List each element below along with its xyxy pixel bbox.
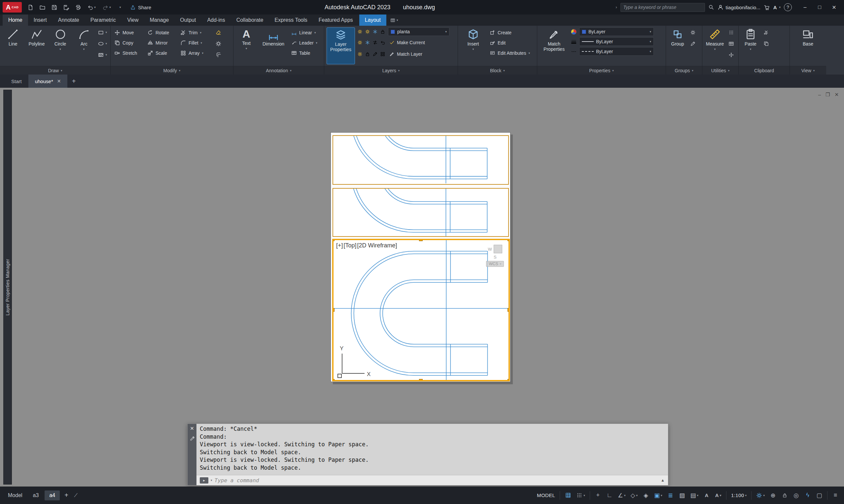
- share-button[interactable]: Share: [130, 5, 151, 10]
- circle-button[interactable]: Circle ▾: [50, 28, 71, 64]
- command-window[interactable]: ✕ Command: *Cancel* Command: Viewport is…: [187, 424, 668, 486]
- arc-button[interactable]: Arc ▾: [73, 28, 95, 64]
- tab-layout-contextual[interactable]: Layout: [359, 15, 386, 26]
- offset-button[interactable]: [214, 50, 223, 60]
- viewport-grip[interactable]: [507, 308, 510, 312]
- annotation-visibility-toggle[interactable]: A: [701, 489, 712, 502]
- lineweight-display-toggle[interactable]: ≣: [665, 489, 676, 502]
- polar-tracking-toggle[interactable]: ∠▾: [616, 489, 628, 502]
- minimize-button[interactable]: –: [798, 2, 812, 13]
- new-layout-button[interactable]: +: [61, 491, 72, 499]
- cut-button[interactable]: [762, 28, 770, 37]
- transparency-toggle[interactable]: ▨: [676, 489, 687, 502]
- viewport-grip[interactable]: [332, 239, 334, 241]
- paste-button[interactable]: Paste ▾: [741, 28, 760, 64]
- viewport-grip[interactable]: [332, 379, 334, 381]
- tab-featured-apps[interactable]: Featured Apps: [313, 15, 359, 26]
- command-history[interactable]: Command: *Cancel* Command: Viewport is v…: [196, 424, 668, 475]
- help-button[interactable]: ?: [784, 3, 792, 11]
- layer-properties-button[interactable]: Layer Properties: [327, 28, 355, 64]
- insert-block-button[interactable]: Insert ▾: [460, 28, 486, 64]
- ribbon-display-options-button[interactable]: ▾: [386, 15, 402, 26]
- customization-button[interactable]: ≡: [830, 489, 841, 502]
- ungroup-button[interactable]: [689, 28, 697, 37]
- layer-walk-button[interactable]: [373, 52, 378, 57]
- layer-previous-button[interactable]: [380, 40, 385, 45]
- account-menu[interactable]: tiagobonifacio...: [718, 4, 760, 10]
- move-button[interactable]: Move: [113, 28, 146, 38]
- id-point-button[interactable]: [727, 50, 735, 60]
- explode-button[interactable]: [214, 39, 223, 49]
- panel-title-layers[interactable]: Layers▾: [324, 66, 458, 74]
- viewport-view-control[interactable]: [Top]: [344, 242, 357, 249]
- layer-lock-button[interactable]: [380, 29, 385, 34]
- tab-home[interactable]: Home: [3, 15, 28, 26]
- viewport-active[interactable]: [+] [Top] [2D Wireframe] W S WCS▾: [332, 239, 510, 381]
- viewport-grip[interactable]: [507, 379, 510, 381]
- new-drawing-tab-button[interactable]: +: [67, 74, 80, 88]
- edit-attributes-button[interactable]: Edit Attributes▾: [488, 48, 531, 58]
- restore-drawing-button[interactable]: ❐: [826, 92, 830, 97]
- undo-dropdown-icon[interactable]: ▾: [94, 6, 96, 9]
- viewport-visual-style-control[interactable]: [2D Wireframe]: [357, 242, 397, 249]
- command-prompt-icon[interactable]: ▸: [200, 477, 208, 484]
- snap-mode-toggle[interactable]: ▾: [574, 489, 587, 502]
- panel-title-block[interactable]: Block▾: [458, 66, 537, 74]
- layer-isolate-button[interactable]: [365, 29, 370, 34]
- circle-dropdown-icon[interactable]: ▾: [59, 48, 61, 51]
- insert-dropdown-icon[interactable]: ▾: [472, 48, 474, 51]
- lock-ui-button[interactable]: [779, 489, 790, 502]
- command-options-icon[interactable]: ▾: [211, 479, 212, 482]
- panel-title-clipboard[interactable]: Clipboard: [739, 66, 790, 74]
- new-file-button[interactable]: [25, 2, 36, 12]
- ortho-mode-toggle[interactable]: ∟: [604, 489, 615, 502]
- layout-tab-a3[interactable]: a3: [29, 490, 44, 500]
- clean-screen-button[interactable]: ▢: [814, 489, 825, 502]
- measure-dropdown-icon[interactable]: ▾: [714, 48, 716, 51]
- line-button[interactable]: Line: [2, 28, 24, 64]
- fillet-button[interactable]: Fillet▾: [179, 38, 212, 48]
- tab-add-ins[interactable]: Add-ins: [202, 15, 230, 26]
- rotate-button[interactable]: Rotate: [146, 28, 179, 38]
- layer-off-button[interactable]: [357, 29, 363, 34]
- tab-manage[interactable]: Manage: [144, 15, 175, 26]
- layer-unlock-button[interactable]: [365, 52, 370, 57]
- erase-button[interactable]: [214, 28, 223, 37]
- command-history-toggle-icon[interactable]: ▲: [661, 478, 665, 483]
- trim-button[interactable]: Trim▾: [179, 28, 212, 38]
- command-input[interactable]: [214, 477, 659, 484]
- isolate-objects-button[interactable]: ◎: [791, 489, 802, 502]
- linetype-dropdown[interactable]: ByLayer ▾: [579, 47, 654, 56]
- tab-view[interactable]: View: [121, 15, 144, 26]
- viewport-grip[interactable]: [419, 239, 423, 241]
- lineweight-dropdown[interactable]: ByLayer ▾: [579, 37, 654, 46]
- tab-insert[interactable]: Insert: [28, 15, 52, 26]
- redo-button[interactable]: ▾: [100, 2, 114, 12]
- viewport-controls-menu[interactable]: [+]: [336, 242, 343, 249]
- file-tab-start[interactable]: Start: [5, 74, 29, 88]
- plot-button[interactable]: [73, 2, 83, 12]
- save-button[interactable]: [49, 2, 59, 12]
- drawing-area[interactable]: Layer Properties Manager – ❐ ✕ [+] [Top]…: [0, 88, 844, 487]
- close-file-tab-icon[interactable]: ✕: [57, 78, 61, 84]
- copy-button[interactable]: Copy: [113, 38, 146, 48]
- layer-properties-palette-bar[interactable]: Layer Properties Manager: [3, 90, 12, 485]
- app-store-cart-icon[interactable]: [764, 4, 770, 11]
- tab-annotate[interactable]: Annotate: [52, 15, 85, 26]
- paper-model-toggle[interactable]: MODEL: [535, 489, 557, 502]
- viewport-middle[interactable]: [332, 188, 509, 237]
- tab-collaborate[interactable]: Collaborate: [231, 15, 269, 26]
- wcs-menu[interactable]: WCS▾: [486, 261, 504, 267]
- viewcube-west-label[interactable]: W: [488, 247, 492, 252]
- text-button[interactable]: A Text ▾: [236, 28, 257, 64]
- workspace-switching-button[interactable]: ▾: [754, 489, 767, 502]
- autocad-logo[interactable]: A CAD: [3, 2, 22, 13]
- dynamic-input-toggle[interactable]: +: [593, 489, 603, 502]
- search-input[interactable]: [623, 5, 702, 10]
- panel-title-groups[interactable]: Groups▾: [666, 66, 702, 74]
- viewcube[interactable]: W S WCS▾: [486, 245, 504, 267]
- panel-title-properties[interactable]: Properties▾: [537, 66, 666, 74]
- make-current-button[interactable]: Make Current: [388, 37, 426, 48]
- isometric-drafting-toggle[interactable]: ◇▾: [629, 489, 640, 502]
- scale-button[interactable]: Scale: [146, 48, 179, 58]
